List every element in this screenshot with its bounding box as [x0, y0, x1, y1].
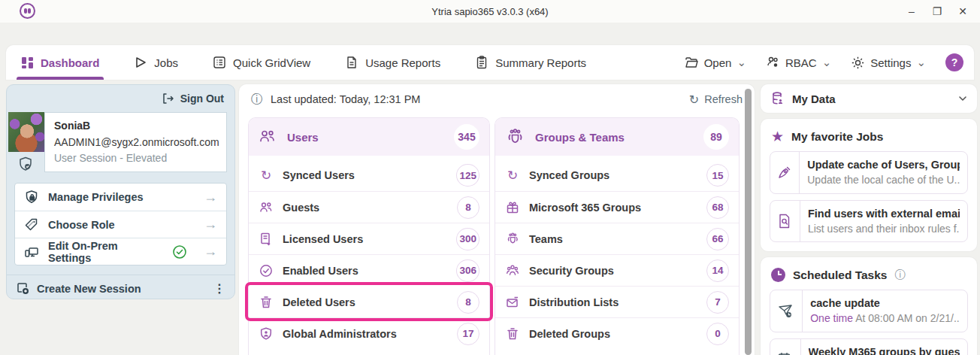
arrow-right-icon: → [204, 217, 217, 232]
help-button[interactable]: ? [945, 53, 963, 71]
clock-icon [771, 268, 785, 282]
groups-teams-icon [505, 128, 525, 146]
sign-out-icon [161, 92, 174, 105]
tab-summary-reports[interactable]: Summary Reports [470, 45, 591, 80]
tab-quick-gridview[interactable]: Quick GridView [208, 45, 315, 80]
kebab-menu-icon[interactable]: ⋮ [213, 281, 225, 296]
tab-label: Dashboard [41, 56, 99, 69]
database-icon [770, 91, 785, 106]
teams-row[interactable]: Teams 66 [495, 223, 739, 254]
maximize-button[interactable]: ❐ [926, 2, 948, 21]
right-panel: My Data ★ My favorite Jobs Update cache … [761, 84, 977, 355]
sign-out-label: Sign Out [180, 93, 224, 105]
deleted-groups-row[interactable]: Deleted Groups 0 [495, 317, 739, 349]
window-title: Ytria sapio365 v3.0.3 (x64) [0, 0, 980, 23]
usage-reports-doc-icon [345, 56, 358, 69]
manage-privileges-item[interactable]: Manage Privileges → [15, 184, 226, 211]
guests-icon [259, 200, 274, 215]
favorite-jobs-title: My favorite Jobs [791, 130, 883, 144]
arrow-right-icon: → [204, 244, 217, 259]
count-badge: 300 [456, 228, 479, 250]
global-administrators-row[interactable]: Global Administrators 17 [249, 317, 489, 349]
guests-row[interactable]: Guests 8 [249, 191, 489, 223]
chevron-down-icon: ⌄ [737, 56, 746, 69]
menu-item-label: Manage Privileges [48, 191, 144, 203]
tab-label: Summary Reports [495, 56, 586, 69]
envelope-icon [505, 295, 520, 310]
choose-role-item[interactable]: Choose Role → [15, 211, 226, 238]
settings-button[interactable]: Settings ⌄ [851, 56, 926, 70]
tab-jobs[interactable]: Jobs [129, 45, 183, 80]
edit-onprem-settings-item[interactable]: Edit On-Prem Settings → [15, 238, 226, 265]
groups-teams-card-header[interactable]: Groups & Teams 89 [495, 118, 739, 156]
groups-teams-card: Groups & Teams 89 ↻ Synced Groups 15 Mic… [495, 117, 740, 355]
license-doc-icon [259, 232, 274, 247]
send-clock-icon [770, 290, 803, 332]
enabled-users-row[interactable]: Enabled Users 306 [249, 254, 489, 286]
jobs-play-icon [134, 56, 147, 69]
m365-gift-icon [505, 200, 520, 215]
teams-icon [505, 232, 520, 247]
count-badge: 306 [456, 259, 479, 282]
security-groups-row[interactable]: Security Groups 14 [495, 254, 739, 286]
scrollbar-thumb[interactable] [745, 89, 752, 355]
users-card-title: Users [287, 131, 319, 144]
dashboard-grid-icon [21, 56, 34, 69]
scheduled-task-item[interactable]: cache update One time At 08:00 AM on 2/2… [770, 290, 968, 332]
calendar-clock-icon [770, 339, 801, 355]
user-session-type: User Session - Elevated [54, 150, 217, 167]
sync-icon: ↻ [505, 169, 520, 182]
menu-item-label: Edit On-Prem Settings [48, 240, 163, 264]
refresh-icon: ↻ [689, 93, 699, 107]
chevron-down-icon [957, 93, 968, 104]
deleted-users-row-highlighted[interactable]: Deleted Users 8 [249, 286, 489, 317]
tab-usage-reports[interactable]: Usage Reports [340, 45, 445, 80]
count-badge: 125 [456, 164, 479, 187]
rbac-button[interactable]: RBAC ⌄ [766, 56, 831, 70]
settings-label: Settings [870, 56, 911, 69]
create-new-session-button[interactable]: Create New Session ⋮ [7, 275, 234, 302]
user-name: SoniaB [54, 118, 217, 135]
avatar [8, 112, 44, 152]
users-card: Users 345 ↻ Synced Users 125 Guests 8 Li… [248, 117, 490, 355]
open-button[interactable]: Open ⌄ [685, 56, 746, 70]
shield-check-icon [17, 156, 34, 172]
refresh-button[interactable]: ↻ Refresh [689, 93, 743, 107]
info-icon: ⓘ [894, 269, 905, 282]
tab-label: Jobs [154, 56, 178, 69]
favorite-job-item[interactable]: Find users with external email ... List … [770, 200, 968, 243]
rbac-label: RBAC [785, 56, 817, 69]
licensed-users-row[interactable]: Licensed Users 300 [249, 223, 489, 254]
doc-search-icon [770, 201, 800, 242]
main-scrollbar[interactable] [745, 89, 752, 355]
open-label: Open [704, 56, 732, 69]
groups-teams-card-title: Groups & Teams [535, 131, 625, 144]
close-button[interactable]: ✕ [951, 2, 974, 21]
synced-groups-row[interactable]: ↻ Synced Groups 15 [495, 159, 739, 191]
chevron-down-icon: ⌄ [822, 56, 832, 69]
user-email: AADMIN1@sygx2.onmicrosoft.com [54, 135, 217, 151]
minimize-button[interactable]: – [900, 2, 923, 21]
favorite-job-item[interactable]: Update cache of Users, Groups... Update … [770, 151, 968, 194]
count-badge: 7 [706, 291, 729, 314]
tab-label: Usage Reports [365, 56, 440, 69]
microsoft-365-groups-row[interactable]: Microsoft 365 Groups 68 [495, 191, 739, 223]
scheduled-task-item[interactable]: Weekly M365 groups by guest... One time … [770, 338, 968, 355]
info-icon: ⓘ [251, 92, 263, 108]
pen-icon [770, 152, 800, 193]
sign-out-button[interactable]: Sign Out [7, 85, 234, 112]
distribution-lists-row[interactable]: Distribution Lists 7 [495, 286, 739, 317]
synced-users-row[interactable]: ↻ Synced Users 125 [249, 159, 489, 191]
devices-icon [24, 244, 39, 259]
count-badge: 8 [457, 291, 479, 314]
star-icon: ★ [771, 129, 784, 144]
session-sidebar: Sign Out SoniaB AADMIN1@sygx2.onmicrosof… [6, 84, 235, 299]
new-session-icon [16, 281, 30, 296]
users-card-header[interactable]: Users 345 [249, 118, 489, 156]
tab-dashboard[interactable]: Dashboard [17, 45, 104, 80]
sync-icon: ↻ [259, 169, 274, 182]
security-groups-icon [505, 263, 520, 278]
admin-shield-icon [259, 326, 274, 341]
my-data-card[interactable]: My Data [761, 84, 977, 113]
title-bar: Ytria sapio365 v3.0.3 (x64) – ❐ ✕ [0, 0, 980, 23]
